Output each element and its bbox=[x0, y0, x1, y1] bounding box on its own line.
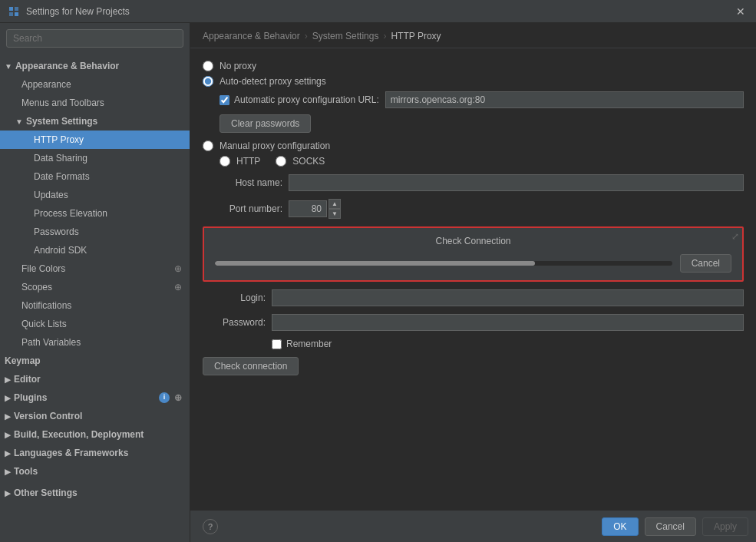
remember-label[interactable]: Remember bbox=[286, 339, 332, 349]
socks-label[interactable]: SOCKS bbox=[292, 156, 325, 167]
close-button[interactable]: ✕ bbox=[733, 4, 748, 19]
expand-icon[interactable]: ⤢ bbox=[731, 231, 739, 242]
auto-config-row: Automatic proxy configuration URL: bbox=[220, 91, 744, 108]
sidebar-item-date-formats[interactable]: Date Formats bbox=[0, 167, 190, 186]
sidebar-label: Path Variables bbox=[21, 335, 183, 349]
help-button[interactable]: ? bbox=[203, 519, 218, 534]
port-down-button[interactable]: ▼ bbox=[328, 209, 341, 219]
sidebar-item-quick-lists[interactable]: Quick Lists bbox=[0, 315, 190, 333]
expand-arrow: ▶ bbox=[5, 466, 11, 478]
search-input[interactable] bbox=[6, 29, 183, 48]
main-panel: Appearance & Behavior › System Settings … bbox=[190, 23, 756, 542]
progress-row: Cancel bbox=[215, 254, 731, 273]
sidebar-item-appearance-behavior[interactable]: ▼ Appearance & Behavior bbox=[0, 57, 190, 75]
password-input[interactable] bbox=[272, 314, 744, 331]
remember-checkbox[interactable] bbox=[272, 339, 282, 349]
spinner-arrows: ▲ ▼ bbox=[328, 199, 341, 219]
sidebar-item-version-control[interactable]: ▶ Version Control bbox=[0, 407, 190, 425]
sidebar-item-appearance[interactable]: Appearance bbox=[0, 75, 190, 94]
host-name-label: Host name: bbox=[220, 177, 289, 188]
sidebar-item-other-settings[interactable]: ▶ Other Settings bbox=[0, 482, 190, 502]
host-name-input[interactable] bbox=[289, 174, 744, 191]
http-radio-row: HTTP bbox=[220, 156, 260, 167]
auto-detect-row: Auto-detect proxy settings bbox=[203, 76, 744, 87]
sidebar-label: Editor bbox=[14, 372, 183, 386]
sidebar-label: Appearance bbox=[21, 78, 183, 91]
check-connection-title: Check Connection bbox=[215, 236, 731, 246]
breadcrumb-sep-2: › bbox=[383, 31, 386, 41]
http-label[interactable]: HTTP bbox=[236, 156, 260, 167]
http-radio[interactable] bbox=[220, 156, 230, 167]
sidebar-label: Data Sharing bbox=[34, 151, 183, 165]
sidebar-label: Menus and Toolbars bbox=[21, 96, 183, 110]
svg-rect-2 bbox=[9, 12, 13, 16]
check-connection-button[interactable]: Check connection bbox=[203, 357, 299, 375]
sidebar-item-file-colors[interactable]: File Colors ⊕ bbox=[0, 259, 190, 278]
auto-config-label: Automatic proxy configuration URL: bbox=[234, 94, 379, 105]
sidebar-item-plugins[interactable]: ▶ Plugins i ⊕ bbox=[0, 388, 190, 407]
sidebar-item-build-execution[interactable]: ▶ Build, Execution, Deployment bbox=[0, 425, 190, 444]
sidebar-item-http-proxy[interactable]: HTTP Proxy bbox=[0, 131, 190, 149]
sidebar-item-system-settings[interactable]: ▼ System Settings bbox=[0, 112, 190, 131]
expand-arrow: ▼ bbox=[15, 116, 23, 127]
add-icon[interactable]: ⊕ bbox=[173, 263, 183, 274]
sidebar-item-keymap[interactable]: Keymap bbox=[0, 352, 190, 370]
check-connection-btn-row: Check connection bbox=[203, 357, 744, 375]
protocol-row: HTTP SOCKS bbox=[220, 156, 744, 167]
sidebar-item-path-variables[interactable]: Path Variables bbox=[0, 333, 190, 352]
sidebar-label: Passwords bbox=[34, 225, 183, 239]
sidebar-tree: ▼ Appearance & Behavior Appearance Menus… bbox=[0, 54, 190, 542]
no-proxy-radio[interactable] bbox=[203, 61, 213, 71]
sidebar-item-editor[interactable]: ▶ Editor bbox=[0, 370, 190, 388]
content-area: ▼ Appearance & Behavior Appearance Menus… bbox=[0, 23, 756, 542]
add-icon[interactable]: ⊕ bbox=[173, 282, 183, 292]
sidebar-item-languages[interactable]: ▶ Languages & Frameworks bbox=[0, 444, 190, 462]
sidebar-label: HTTP Proxy bbox=[34, 133, 183, 147]
sidebar-label: Appearance & Behavior bbox=[15, 59, 183, 73]
auto-config-checkbox[interactable] bbox=[220, 95, 229, 105]
expand-arrow: ▶ bbox=[5, 487, 11, 499]
auto-config-url-input[interactable] bbox=[385, 91, 744, 108]
sidebar-item-process-elevation[interactable]: Process Elevation bbox=[0, 204, 190, 223]
password-label: Password: bbox=[203, 317, 272, 328]
sidebar-label: Version Control bbox=[14, 409, 183, 423]
sidebar-item-scopes[interactable]: Scopes ⊕ bbox=[0, 278, 190, 296]
sidebar-label: System Settings bbox=[26, 114, 183, 128]
window-title: Settings for New Projects bbox=[26, 6, 733, 17]
sidebar-item-data-sharing[interactable]: Data Sharing bbox=[0, 149, 190, 167]
manual-proxy-radio[interactable] bbox=[203, 140, 213, 151]
progress-bar-container bbox=[215, 261, 672, 266]
app-icon bbox=[8, 5, 20, 18]
cancel-connection-button[interactable]: Cancel bbox=[680, 254, 731, 273]
auto-detect-radio[interactable] bbox=[203, 76, 213, 87]
clear-passwords-button[interactable]: Clear passwords bbox=[220, 114, 311, 133]
expand-arrow: ▶ bbox=[5, 429, 11, 441]
sidebar-item-passwords[interactable]: Passwords bbox=[0, 223, 190, 241]
manual-proxy-section: HTTP SOCKS Host name: Port number: bbox=[220, 156, 744, 219]
login-input[interactable] bbox=[272, 289, 744, 306]
sidebar-item-android-sdk[interactable]: Android SDK bbox=[0, 241, 190, 259]
apply-button[interactable]: Apply bbox=[702, 517, 748, 536]
port-up-button[interactable]: ▲ bbox=[328, 199, 341, 209]
cancel-button[interactable]: Cancel bbox=[645, 517, 696, 536]
port-number-row: Port number: ▲ ▼ bbox=[220, 199, 744, 219]
sidebar-item-tools[interactable]: ▶ Tools bbox=[0, 462, 190, 481]
sidebar-item-updates[interactable]: Updates bbox=[0, 186, 190, 204]
password-row: Password: bbox=[203, 314, 744, 331]
no-proxy-label[interactable]: No proxy bbox=[220, 61, 256, 71]
panel-content: No proxy Auto-detect proxy settings Auto… bbox=[190, 48, 756, 510]
port-spinner: ▲ ▼ bbox=[289, 199, 341, 219]
breadcrumb-part-2: System Settings bbox=[312, 31, 379, 41]
sidebar-item-menus-toolbars[interactable]: Menus and Toolbars bbox=[0, 94, 190, 112]
expand-arrow: ▼ bbox=[5, 61, 12, 72]
auto-detect-label[interactable]: Auto-detect proxy settings bbox=[220, 76, 326, 87]
port-input[interactable] bbox=[289, 200, 327, 217]
sidebar-item-notifications[interactable]: Notifications bbox=[0, 296, 190, 315]
sidebar-label: Updates bbox=[34, 188, 183, 202]
sidebar-label: File Colors bbox=[21, 262, 173, 276]
socks-radio[interactable] bbox=[276, 156, 286, 167]
ok-button[interactable]: OK bbox=[602, 517, 638, 536]
manual-proxy-label[interactable]: Manual proxy configuration bbox=[220, 140, 330, 151]
add-icon[interactable]: ⊕ bbox=[173, 392, 183, 403]
info-icon[interactable]: i bbox=[159, 392, 170, 403]
